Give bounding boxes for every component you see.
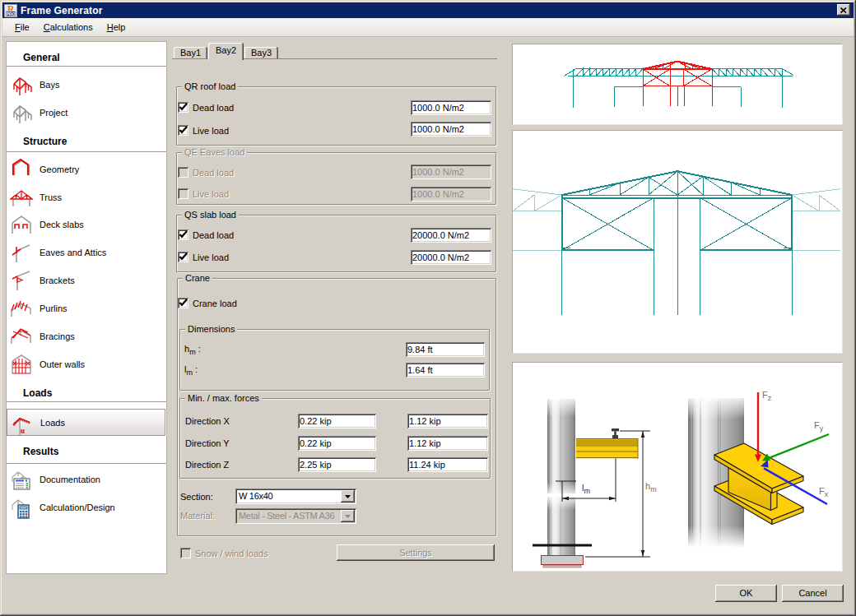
divider [7, 401, 166, 403]
sidebar-item-geometry[interactable]: Geometry [7, 155, 166, 183]
sidebar-item-deck-slabs[interactable]: Deck slabs [7, 211, 166, 239]
menu-calculations[interactable]: Calculations [39, 21, 98, 34]
preview-crane-detail: lm hm Fz Fy Fx [512, 362, 843, 572]
sidebar-header-results: Results [23, 446, 58, 457]
label-direction-z: Direction Z [185, 460, 229, 470]
input-direction-x-min[interactable]: 0.22 kip [298, 414, 376, 428]
input-hm[interactable]: 9.84 ft [406, 342, 485, 357]
input-lm[interactable]: 1.64 ft [406, 363, 485, 377]
app-icon: R PRO [4, 4, 17, 17]
preview-structure-overview [512, 44, 843, 125]
outer-walls-icon [10, 353, 33, 376]
group-qr-roof-load: QR roof load [176, 86, 496, 146]
label-dim-lm: lm [582, 483, 590, 493]
sidebar: General Bays [6, 41, 167, 574]
group-dimensions: Dimensions [179, 329, 490, 391]
checkbox-crane-load[interactable] [178, 298, 188, 308]
label-qe-dead-load: Dead load [193, 168, 234, 178]
label-qs-live-load: Live load [193, 252, 229, 262]
input-direction-z-max[interactable]: 11.24 kip [407, 457, 488, 472]
sidebar-header-loads: Loads [23, 387, 52, 399]
input-qs-dead-load[interactable]: 20000.0 N/m2 [411, 228, 491, 243]
svg-text:PRO: PRO [6, 12, 15, 16]
label-section: Section: [180, 492, 213, 502]
label-direction-y: Direction Y [185, 438, 230, 448]
checkbox-qr-live-load[interactable] [178, 125, 188, 136]
input-qs-live-load[interactable]: 20000.0 N/m2 [411, 250, 491, 265]
chevron-down-icon [345, 515, 351, 518]
label-force-fz: Fz [762, 390, 771, 400]
sidebar-item-documentation[interactable]: Documentation [7, 465, 166, 493]
eaves-and-attics-icon [10, 241, 33, 264]
sidebar-item-brackets[interactable]: Brackets [7, 266, 166, 294]
divider [7, 463, 166, 465]
sidebar-item-truss[interactable]: Truss [7, 183, 166, 211]
title-bar: R PRO Frame Generator [2, 2, 854, 18]
documentation-icon [10, 468, 33, 491]
truss-icon [10, 186, 33, 209]
sidebar-item-calculation-design[interactable]: Calculation/Design [7, 493, 166, 521]
input-direction-y-max[interactable]: 1.12 kip [407, 436, 488, 451]
input-direction-z-min[interactable]: 2.25 kip [298, 457, 376, 472]
check-icon [179, 252, 188, 262]
sidebar-item-outer-walls[interactable]: Outer walls [7, 350, 166, 378]
deck-slabs-icon [10, 213, 33, 236]
checkbox-qe-dead-load[interactable] [178, 167, 188, 178]
label-material: Material: [180, 511, 215, 521]
tab-bay2[interactable]: Bay2 [208, 43, 244, 60]
combo-section-dropdown[interactable] [341, 490, 355, 503]
check-icon [179, 299, 188, 308]
window-title: Frame Generator [21, 5, 103, 16]
check-icon [179, 126, 188, 135]
frame-generator-dialog: R PRO Frame Generator File Calculations … [0, 0, 856, 616]
close-icon [840, 7, 847, 13]
checkbox-snow-wind[interactable] [180, 548, 191, 558]
cancel-button[interactable]: Cancel [782, 585, 844, 602]
tab-bay3[interactable]: Bay3 [244, 47, 278, 58]
checkbox-qr-dead-load[interactable] [178, 102, 188, 113]
checkbox-qs-dead-load[interactable] [178, 229, 188, 240]
geometry-icon [10, 158, 33, 181]
structure-overview-drawing [513, 44, 840, 123]
checkbox-qe-live-load[interactable] [178, 188, 188, 199]
check-icon [179, 230, 188, 239]
menu-file[interactable]: File [10, 21, 35, 34]
combo-material: Metal - Steel - ASTM A36 [235, 508, 356, 524]
loads-icon [11, 412, 34, 435]
label-force-fx: Fx [819, 486, 828, 496]
label-snow-wind: Snow / wind loads [195, 549, 268, 558]
label-direction-x: Direction X [185, 416, 230, 426]
checkbox-qs-live-load[interactable] [178, 252, 188, 262]
input-qr-live-load[interactable]: 1000.0 N/m2 [411, 122, 491, 137]
label-qr-dead-load: Dead load [193, 103, 234, 113]
close-button[interactable] [837, 4, 850, 16]
sidebar-item-loads[interactable]: Loads [7, 409, 165, 436]
sidebar-item-bays[interactable]: Bays [7, 71, 166, 99]
input-direction-x-max[interactable]: 1.12 kip [407, 414, 488, 428]
menu-help[interactable]: Help [102, 21, 131, 34]
sidebar-item-project[interactable]: Project [7, 99, 166, 127]
input-direction-y-min[interactable]: 0.22 kip [298, 436, 376, 451]
label-crane-load: Crane load [193, 299, 237, 308]
combo-section[interactable]: W 16x40 [235, 489, 356, 504]
preview-current-bay [512, 130, 843, 354]
label-lm: lm : [184, 364, 198, 374]
ok-button[interactable]: OK [715, 585, 777, 602]
label-hm: hm : [184, 344, 201, 354]
sidebar-item-bracings[interactable]: Bracings [7, 322, 166, 350]
sidebar-item-eaves[interactable]: Eaves and Attics [7, 239, 166, 266]
calculation-design-icon [10, 496, 33, 519]
label-qe-live-load: Live load [193, 189, 229, 199]
divider [7, 151, 166, 153]
tab-bay1[interactable]: Bay1 [174, 47, 207, 58]
input-qe-live-load: 1000.0 N/m2 [411, 187, 491, 201]
input-qr-dead-load[interactable]: 1000.0 N/m2 [411, 100, 491, 115]
check-icon [179, 103, 188, 112]
project-icon [10, 101, 33, 124]
menu-bar: File Calculations Help [2, 18, 854, 37]
purlins-icon [10, 297, 33, 320]
divider [7, 66, 166, 67]
settings-button[interactable]: Settings [337, 544, 495, 561]
sidebar-item-purlins[interactable]: Purlins [7, 294, 166, 322]
combo-material-dropdown [341, 510, 355, 522]
